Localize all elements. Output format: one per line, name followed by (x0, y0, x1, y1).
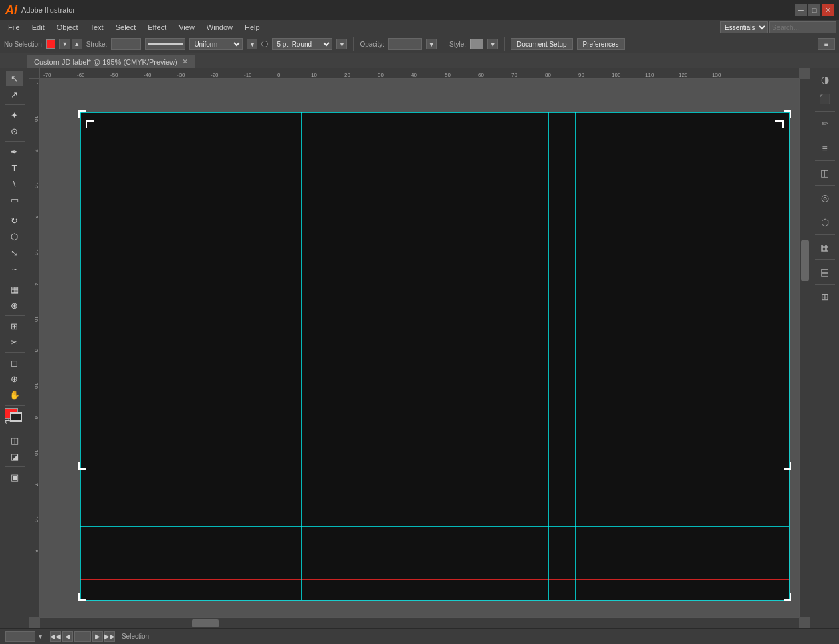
style-swatch (470, 39, 483, 49)
menu-file[interactable]: File (3, 22, 25, 33)
stroke-width-down[interactable]: ▼ (59, 39, 70, 49)
type-tool[interactable]: T (6, 160, 23, 175)
minimize-button[interactable]: ─ (795, 4, 807, 16)
menu-text[interactable]: Text (85, 22, 109, 33)
menu-object[interactable]: Object (51, 22, 84, 33)
nav-prev-button[interactable]: ◀ (62, 631, 73, 642)
menu-effect[interactable]: Effect (142, 22, 172, 33)
scrollbar-vertical[interactable] (799, 79, 810, 617)
ruler-corner (29, 68, 40, 79)
scale-tool[interactable]: ⤡ (6, 245, 23, 260)
separator2 (443, 37, 443, 51)
menu-view[interactable]: View (173, 22, 200, 33)
menu-select[interactable]: Select (110, 22, 142, 33)
scroll-thumb-v[interactable] (801, 240, 809, 281)
nav-first-button[interactable]: ◀◀ (50, 631, 61, 642)
maximize-button[interactable]: □ (808, 4, 820, 16)
zoom-input[interactable]: 195% (5, 631, 35, 642)
transform-panel-btn[interactable]: ▦ (815, 238, 835, 256)
draw-behind[interactable]: ◪ (6, 449, 23, 464)
search-input[interactable] (769, 21, 836, 33)
bleed-line-bottom (80, 579, 789, 580)
align-panel-btn[interactable]: ⬡ (815, 214, 835, 231)
canvas-viewport[interactable] (40, 79, 799, 617)
hand-tool[interactable]: ✋ (6, 387, 23, 402)
zoom-dropdown[interactable]: ▼ (37, 633, 43, 640)
fill-swatch[interactable] (46, 39, 55, 49)
nav-last-button[interactable]: ▶▶ (104, 631, 115, 642)
tab-title: Custom JD label* @ 195% (CMYK/Preview) (34, 58, 178, 66)
draw-normal[interactable]: ◫ (6, 433, 23, 448)
layers-panel-btn[interactable]: ▤ (815, 263, 835, 281)
page-input[interactable]: 1 (74, 631, 91, 642)
arrange-button[interactable]: ≡ (818, 38, 835, 50)
sel-corner-tr (775, 120, 784, 128)
corner-mark-br (784, 593, 794, 605)
reflect-tool[interactable]: ⬡ (6, 229, 23, 244)
preferences-button[interactable]: Preferences (577, 38, 625, 50)
graph-tool[interactable]: ▦ (6, 282, 23, 297)
sel-corner-tl (86, 120, 94, 128)
brushes-panel-btn[interactable]: ✏ (815, 115, 835, 132)
slice-tool[interactable]: ✂ (6, 335, 23, 349)
selection-label: No Selection (4, 41, 42, 48)
symbol-tool[interactable]: ⊕ (6, 298, 23, 313)
rotate-tool[interactable]: ↻ (6, 213, 23, 228)
gradient-panel-btn[interactable]: ◫ (815, 164, 835, 182)
lasso-tool[interactable]: ⊙ (6, 124, 23, 138)
opacity-input[interactable]: 100% (388, 38, 422, 50)
close-button[interactable]: ✕ (822, 4, 834, 16)
tool-separator (5, 405, 25, 406)
warp-tool[interactable]: ~ (6, 261, 23, 276)
options-bar: No Selection ▼ ▲ Stroke: 1 pt Uniform ▼ … (0, 35, 839, 53)
workspace-select[interactable]: Essentials (720, 21, 768, 33)
right-panel: ◑ ⬛ ✏ ≡ ◫ ◎ ⬡ ▦ ▤ ⊞ (810, 68, 839, 628)
corner-mark-tl (75, 107, 86, 119)
swatches-panel-btn[interactable]: ⬛ (815, 90, 835, 108)
selection-tool[interactable]: ↖ (6, 71, 23, 86)
tool-separator (5, 104, 25, 105)
menu-window[interactable]: Window (201, 22, 238, 33)
tab-close-button[interactable]: ✕ (182, 57, 188, 66)
corner-mark-mr (784, 462, 794, 474)
document-tab[interactable]: Custom JD label* @ 195% (CMYK/Preview) ✕ (27, 55, 195, 68)
rect-tool[interactable]: ▭ (6, 192, 23, 207)
canvas-area[interactable]: -70 -60 -50 -40 -30 -20 -10 0 10 20 30 4… (29, 68, 810, 628)
scrollbar-horizontal[interactable] (40, 617, 799, 628)
zoom-tool[interactable]: ⊕ (6, 371, 23, 386)
separator (353, 37, 354, 51)
stroke-swatch[interactable] (10, 412, 22, 422)
cap-style-select[interactable]: 5 pt. Round (272, 38, 332, 50)
scroll-thumb-h[interactable] (192, 619, 219, 627)
panel-separator (815, 111, 835, 112)
stroke-panel-btn[interactable]: ≡ (815, 140, 835, 157)
artboard[interactable] (80, 112, 789, 600)
stroke-width-up[interactable]: ▲ (72, 39, 82, 49)
menu-edit[interactable]: Edit (27, 22, 50, 33)
pen-tool[interactable]: ✒ (6, 144, 23, 159)
appearance-panel-btn[interactable]: ◎ (815, 189, 835, 206)
swap-icon[interactable]: ⇄ (5, 418, 10, 425)
artboards-panel-btn[interactable]: ⊞ (815, 288, 835, 305)
tool-separator (5, 430, 25, 430)
artboard-container (80, 112, 789, 600)
color-panel-btn[interactable]: ◑ (815, 71, 835, 88)
panel-separator (815, 210, 835, 210)
screen-mode[interactable]: ▣ (6, 470, 23, 484)
eraser-tool[interactable]: ◻ (6, 355, 23, 370)
tool-separator (5, 352, 25, 353)
panel-separator (815, 185, 835, 186)
stroke-value-input[interactable]: 1 pt (111, 38, 141, 50)
artboard-tool[interactable]: ⊞ (6, 319, 23, 333)
nav-next-button[interactable]: ▶ (92, 631, 103, 642)
title-left: Ai Adobe Illustrator (5, 3, 75, 17)
doc-setup-button[interactable]: Document Setup (511, 38, 573, 50)
tool-separator (5, 466, 25, 467)
stroke-profile-select[interactable]: Uniform (189, 38, 243, 50)
magic-wand-tool[interactable]: ✦ (6, 108, 23, 122)
guide-v6 (789, 112, 790, 600)
direct-select-tool[interactable]: ↗ (6, 87, 23, 102)
main-area: ↖ ↗ ✦ ⊙ ✒ T \ ▭ ↻ ⬡ ⤡ ~ ▦ ⊕ ⊞ ✂ ◻ ⊕ ✋ ⇄ … (0, 68, 839, 628)
line-tool[interactable]: \ (6, 176, 23, 191)
menu-help[interactable]: Help (239, 22, 265, 33)
